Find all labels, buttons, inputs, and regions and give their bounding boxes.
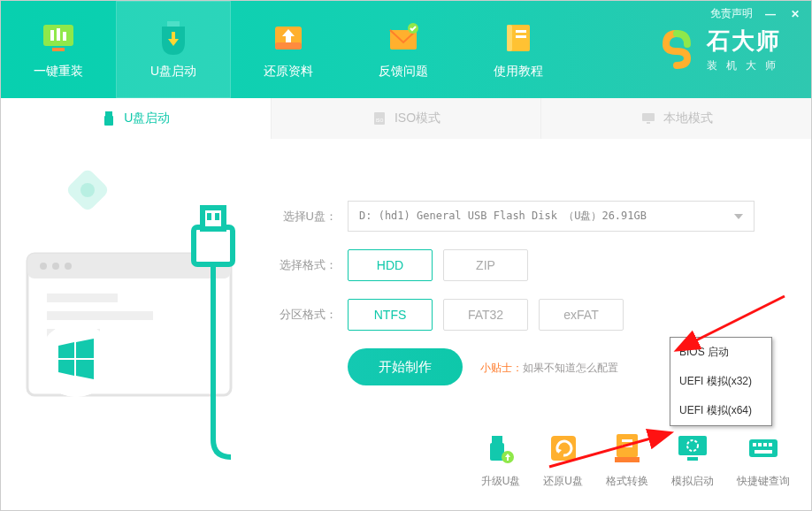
tip-label: 小贴士： [480, 362, 523, 374]
brand-title: 石大师 [707, 26, 785, 57]
svg-rect-1 [52, 48, 65, 51]
nav-label: 使用教程 [494, 64, 543, 80]
fs-exfat-button[interactable]: exFAT [539, 299, 624, 331]
shield-icon [155, 19, 192, 57]
popup-uefi-x32[interactable]: UEFI 模拟(x32) [670, 367, 771, 396]
format-hdd-button[interactable]: HDD [348, 249, 433, 281]
tool-label: 还原U盘 [543, 474, 583, 489]
header: 免责声明 — ✕ 一键重装 [1, 1, 811, 98]
svg-rect-41 [615, 457, 640, 462]
tool-format-convert[interactable]: 格式转换 [606, 430, 648, 489]
nav-label: 一键重装 [34, 64, 83, 80]
svg-rect-52 [755, 450, 772, 454]
disclaimer-link[interactable]: 免责声明 [710, 6, 753, 21]
popup-bios-boot[interactable]: BIOS 启动 [670, 338, 771, 367]
svg-point-21 [80, 183, 95, 197]
book-icon [500, 19, 537, 57]
illustration [1, 139, 266, 510]
minimize-button[interactable]: — [763, 7, 778, 21]
tool-label: 升级U盘 [481, 474, 521, 489]
svg-rect-7 [275, 42, 302, 50]
subtab-label: ISO模式 [395, 111, 440, 126]
sub-tabs: U盘启动 ISO ISO模式 本地模式 [1, 98, 811, 139]
fs-fat32-button[interactable]: FAT32 [443, 299, 528, 331]
svg-rect-32 [194, 227, 233, 264]
svg-rect-47 [749, 439, 778, 457]
app-window: 免责声明 — ✕ 一键重装 [0, 0, 812, 511]
svg-rect-42 [622, 439, 632, 442]
svg-rect-48 [753, 443, 756, 446]
label-select-udisk: 选择U盘： [275, 209, 337, 225]
svg-rect-50 [763, 443, 767, 446]
simulate-icon [674, 430, 711, 467]
tool-upgrade-udisk[interactable]: 升级U盘 [481, 430, 521, 489]
popup-uefi-x64[interactable]: UEFI 模拟(x64) [670, 396, 771, 425]
subtab-udisk-boot[interactable]: U盘启动 [1, 98, 272, 139]
iso-icon: ISO [372, 111, 387, 126]
tool-label: 快捷键查询 [737, 474, 790, 489]
brand-logo-icon [657, 30, 696, 69]
subtab-label: U盘启动 [124, 111, 170, 126]
convert-icon [609, 430, 646, 467]
label-select-format: 选择格式： [275, 257, 337, 273]
svg-rect-43 [622, 445, 632, 447]
tool-simulate-boot[interactable]: 模拟启动 [671, 430, 714, 489]
nav-label: 还原资料 [264, 64, 313, 80]
envelope-icon [385, 19, 422, 57]
tool-restore-udisk[interactable]: 还原U盘 [543, 430, 583, 489]
titlebar-controls: 免责声明 — ✕ [710, 6, 802, 21]
label-partition-format: 分区格式： [275, 307, 337, 323]
svg-rect-12 [516, 30, 526, 33]
nav-tutorial[interactable]: 使用教程 [461, 1, 576, 98]
simulate-popup: BIOS 启动 UEFI 模拟(x32) UEFI 模拟(x64) [670, 337, 772, 426]
svg-rect-51 [769, 443, 772, 446]
udisk-select-value: D: (hd1) General USB Flash Disk （U盘）26.9… [359, 210, 647, 222]
nav-feedback[interactable]: 反馈问题 [346, 1, 461, 98]
svg-rect-4 [63, 32, 66, 41]
subtab-local-mode[interactable]: 本地模式 [541, 98, 811, 139]
svg-rect-2 [50, 30, 54, 41]
svg-rect-34 [207, 213, 211, 220]
nav-label: 反馈问题 [379, 64, 428, 80]
nav-udisk-boot[interactable]: U盘启动 [116, 1, 231, 98]
nav-reinstall[interactable]: 一键重装 [1, 1, 116, 98]
svg-text:ISO: ISO [376, 118, 384, 123]
close-button[interactable]: ✕ [788, 7, 802, 21]
svg-rect-44 [678, 436, 707, 455]
tool-shortcut-query[interactable]: 快捷键查询 [737, 430, 790, 489]
tip-body-1: 如果不知道怎么配置 [523, 362, 618, 374]
nav-restore[interactable]: 还原资料 [231, 1, 346, 98]
svg-rect-36 [492, 436, 502, 443]
subtab-iso-mode[interactable]: ISO ISO模式 [272, 98, 542, 139]
row-partition-format: 分区格式： NTFS FAT32 exFAT [275, 299, 767, 331]
reinstall-icon [40, 19, 77, 57]
svg-rect-11 [507, 25, 512, 51]
svg-point-24 [40, 263, 47, 270]
form-area: 选择U盘： D: (hd1) General USB Flash Disk （U… [266, 139, 811, 510]
keyboard-icon [745, 430, 782, 467]
tool-label: 模拟启动 [671, 474, 714, 489]
svg-point-26 [65, 263, 72, 270]
svg-rect-49 [758, 443, 762, 446]
fs-ntfs-button[interactable]: NTFS [348, 299, 433, 331]
svg-rect-19 [647, 122, 650, 124]
brand-subtitle: 装机大师 [707, 58, 785, 73]
start-create-button[interactable]: 开始制作 [348, 348, 463, 385]
usb-restore-icon [545, 430, 582, 467]
udisk-select[interactable]: D: (hd1) General USB Flash Disk （U盘）26.9… [348, 201, 755, 232]
svg-rect-13 [516, 35, 526, 38]
main-content: 选择U盘： D: (hd1) General USB Flash Disk （U… [1, 139, 811, 510]
svg-rect-35 [215, 213, 219, 220]
svg-rect-18 [642, 113, 655, 121]
upload-box-icon [270, 19, 307, 57]
svg-rect-27 [47, 294, 118, 302]
svg-rect-45 [687, 457, 698, 461]
subtab-label: 本地模式 [663, 111, 713, 126]
svg-rect-14 [105, 111, 112, 116]
svg-rect-15 [104, 116, 113, 126]
row-select-format: 选择格式： HDD ZIP [275, 249, 767, 281]
usb-icon [101, 111, 117, 126]
bottom-tools: 升级U盘 还原U盘 [481, 430, 790, 489]
svg-rect-5 [167, 21, 180, 27]
format-zip-button[interactable]: ZIP [443, 249, 528, 281]
